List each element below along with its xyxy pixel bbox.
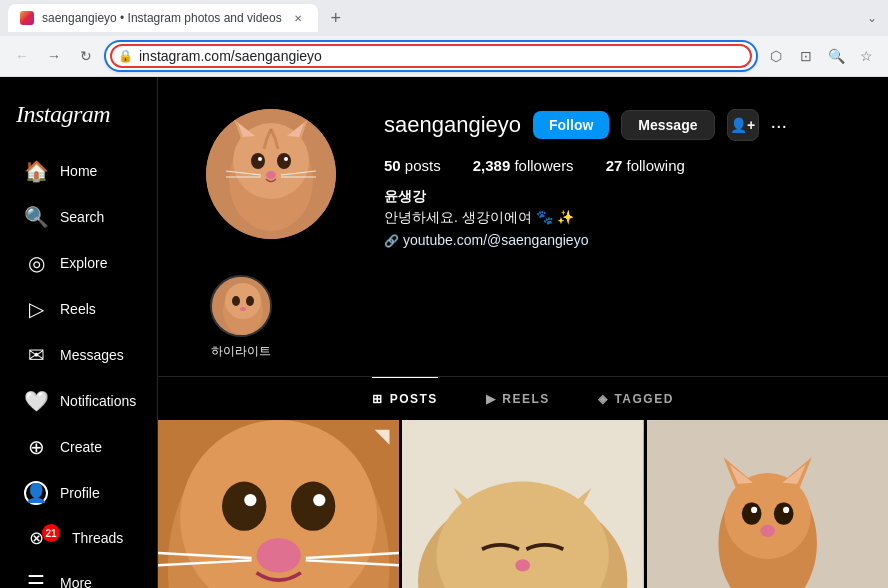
home-icon: 🏠 bbox=[24, 159, 48, 183]
profile-icon: 👤 bbox=[24, 481, 48, 505]
lock-icon: 🔒 bbox=[118, 49, 133, 63]
bookmark-button[interactable]: ☆ bbox=[852, 42, 880, 70]
more-icon: ☰ bbox=[24, 571, 48, 588]
sidebar-item-reels[interactable]: ▷ Reels bbox=[8, 287, 149, 331]
sidebar-item-notifications[interactable]: 🤍 Notifications bbox=[8, 379, 149, 423]
profile-tabs: ⊞ POSTS ▶ REELS ◈ TAGGED bbox=[158, 376, 888, 420]
tagged-tab-icon: ◈ bbox=[598, 392, 609, 406]
profile-stats: 50 posts 2,389 followers 27 following bbox=[384, 157, 840, 174]
sidebar-label-create: Create bbox=[60, 439, 102, 455]
svg-point-55 bbox=[783, 507, 789, 513]
active-tab[interactable]: saengangieyo • Instagram photos and vide… bbox=[8, 4, 318, 32]
bio-line1: 안녕하세요. 생강이에여 🐾 ✨ bbox=[384, 207, 840, 228]
highlight-avatar bbox=[212, 277, 272, 337]
sidebar-label-search: Search bbox=[60, 209, 104, 225]
sidebar-label-threads: Threads bbox=[72, 530, 123, 546]
svg-point-21 bbox=[240, 307, 246, 311]
svg-point-53 bbox=[773, 502, 793, 524]
cast-button[interactable]: ⬡ bbox=[762, 42, 790, 70]
reels-icon: ▷ bbox=[24, 297, 48, 321]
svg-point-26 bbox=[291, 482, 335, 531]
screenshot-button[interactable]: ⊡ bbox=[792, 42, 820, 70]
sidebar-label-profile: Profile bbox=[60, 485, 100, 501]
toolbar: ← → ↻ 🔒 instagram.com/saengangieyo ⬡ ⊡ 🔍… bbox=[0, 36, 888, 76]
bio-name: 윤생강 bbox=[384, 186, 840, 207]
sidebar-item-search[interactable]: 🔍 Search bbox=[8, 195, 149, 239]
add-friend-button[interactable]: 👤+ bbox=[727, 109, 759, 141]
svg-point-52 bbox=[741, 502, 761, 524]
reload-button[interactable]: ↻ bbox=[72, 42, 100, 70]
following-stat: 27 following bbox=[606, 157, 685, 174]
posts-tab-label: POSTS bbox=[390, 392, 438, 406]
post-thumb-3[interactable] bbox=[647, 420, 888, 588]
svg-point-27 bbox=[244, 494, 256, 506]
notifications-icon: 🤍 bbox=[24, 389, 48, 413]
tab-reels[interactable]: ▶ REELS bbox=[486, 377, 550, 420]
tab-favicon bbox=[20, 11, 34, 25]
posts-tab-icon: ⊞ bbox=[372, 392, 384, 406]
reels-tab-label: REELS bbox=[502, 392, 550, 406]
tagged-tab-label: TAGGED bbox=[614, 392, 673, 406]
create-icon: ⊕ bbox=[24, 435, 48, 459]
instagram-logo[interactable]: Instagram bbox=[0, 85, 157, 148]
browser-search-button[interactable]: 🔍 bbox=[822, 42, 850, 70]
svg-point-8 bbox=[277, 153, 291, 169]
more-options-button[interactable]: ··· bbox=[771, 114, 788, 137]
reels-tab-icon: ▶ bbox=[486, 392, 497, 406]
explore-icon: ◎ bbox=[24, 251, 48, 275]
tab-expand-icon: ⌄ bbox=[864, 10, 880, 26]
profile-header: saengangieyo Follow Message 👤+ ··· 50 po… bbox=[158, 77, 888, 275]
sidebar-item-home[interactable]: 🏠 Home bbox=[8, 149, 149, 193]
profile-username: saengangieyo bbox=[384, 112, 521, 138]
highlight-label: 하이라이트 bbox=[211, 343, 271, 360]
messages-icon: ✉ bbox=[24, 343, 48, 367]
tab-close-button[interactable]: ✕ bbox=[290, 10, 306, 26]
post-thumb-1[interactable] bbox=[158, 420, 399, 588]
new-tab-button[interactable]: + bbox=[322, 4, 350, 32]
sidebar-label-notifications: Notifications bbox=[60, 393, 136, 409]
sidebar-label-more: More bbox=[60, 575, 92, 588]
highlight-item[interactable]: 하이라이트 bbox=[206, 275, 276, 360]
sidebar-label-messages: Messages bbox=[60, 347, 124, 363]
svg-point-56 bbox=[760, 525, 775, 537]
profile-link[interactable]: youtube.com/@saengangieyo bbox=[403, 230, 588, 251]
sidebar-item-explore[interactable]: ◎ Explore bbox=[8, 241, 149, 285]
tab-tagged[interactable]: ◈ TAGGED bbox=[598, 377, 674, 420]
back-button[interactable]: ← bbox=[8, 42, 36, 70]
browser-chrome: saengangieyo • Instagram photos and vide… bbox=[0, 0, 888, 77]
svg-point-54 bbox=[751, 507, 757, 513]
forward-button[interactable]: → bbox=[40, 42, 68, 70]
message-button[interactable]: Message bbox=[621, 110, 714, 140]
link-icon: 🔗 bbox=[384, 232, 399, 250]
sidebar-item-more[interactable]: ☰ More bbox=[8, 561, 149, 588]
svg-point-29 bbox=[257, 538, 301, 572]
address-bar[interactable]: 🔒 instagram.com/saengangieyo bbox=[104, 40, 758, 72]
avatar-svg bbox=[206, 109, 336, 239]
url-text: instagram.com/saengangieyo bbox=[139, 48, 744, 64]
sidebar-label-reels: Reels bbox=[60, 301, 96, 317]
sidebar-item-threads[interactable]: ⊗ 21 Threads bbox=[8, 517, 149, 559]
highlight-circle bbox=[210, 275, 272, 337]
sidebar-item-messages[interactable]: ✉ Messages bbox=[8, 333, 149, 377]
svg-point-25 bbox=[222, 482, 266, 531]
sidebar-item-profile[interactable]: 👤 Profile bbox=[8, 471, 149, 515]
follow-button[interactable]: Follow bbox=[533, 111, 609, 139]
svg-point-7 bbox=[251, 153, 265, 169]
profile-avatar bbox=[206, 109, 336, 239]
browser-actions: ⬡ ⊡ 🔍 ☆ bbox=[762, 42, 880, 70]
tab-bar: saengangieyo • Instagram photos and vide… bbox=[0, 0, 888, 36]
tab-posts[interactable]: ⊞ POSTS bbox=[372, 377, 438, 420]
highlights-section: 하이라이트 bbox=[158, 275, 888, 376]
post-thumb-2[interactable] bbox=[402, 420, 643, 588]
sidebar-label-explore: Explore bbox=[60, 255, 107, 271]
sidebar-label-home: Home bbox=[60, 163, 97, 179]
svg-point-19 bbox=[232, 296, 240, 306]
svg-point-9 bbox=[258, 157, 262, 161]
tab-title: saengangieyo • Instagram photos and vide… bbox=[42, 11, 282, 25]
page-content: Instagram 🏠 Home 🔍 Search ◎ Explore ▷ Re… bbox=[0, 77, 888, 588]
threads-icon-wrap: ⊗ 21 bbox=[24, 527, 60, 549]
sidebar-item-create[interactable]: ⊕ Create bbox=[8, 425, 149, 469]
posts-grid bbox=[158, 420, 888, 588]
svg-point-28 bbox=[313, 494, 325, 506]
svg-point-38 bbox=[516, 559, 531, 571]
